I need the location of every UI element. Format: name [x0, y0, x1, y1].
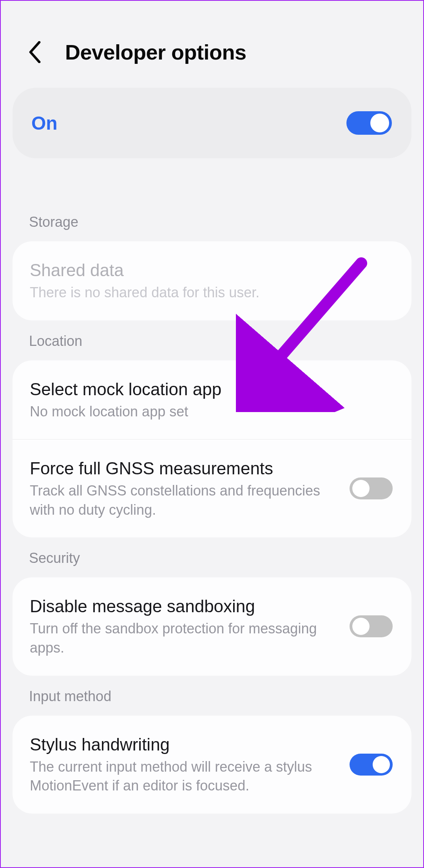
row-disable-sandboxing[interactable]: Disable message sandboxing Turn off the …: [13, 577, 411, 675]
master-toggle-label: On: [31, 112, 58, 134]
row-select-mock-location[interactable]: Select mock location app No mock locatio…: [13, 360, 411, 440]
row-force-gnss[interactable]: Force full GNSS measurements Track all G…: [13, 439, 411, 537]
header-bar: Developer options: [1, 1, 423, 88]
sandbox-sub: Turn off the sandbox protection for mess…: [30, 619, 342, 657]
shared-data-sub: There is no shared data for this user.: [30, 283, 385, 302]
section-header-storage: Storage: [1, 201, 423, 241]
master-toggle-switch[interactable]: [346, 111, 392, 135]
gnss-toggle-switch[interactable]: [350, 477, 393, 499]
sandbox-toggle-switch[interactable]: [350, 615, 393, 637]
gnss-sub: Track all GNSS constellations and freque…: [30, 481, 342, 519]
stylus-sub: The current input method will receive a …: [30, 758, 342, 796]
master-toggle-row[interactable]: On: [13, 88, 411, 158]
stylus-title: Stylus handwriting: [30, 734, 342, 755]
section-header-location: Location: [1, 320, 423, 360]
mock-location-sub: No mock location app set: [30, 402, 385, 421]
mock-location-title: Select mock location app: [30, 378, 385, 400]
shared-data-title: Shared data: [30, 259, 385, 281]
sandbox-title: Disable message sandboxing: [30, 595, 342, 617]
back-icon[interactable]: [28, 41, 42, 63]
section-header-input: Input method: [1, 676, 423, 716]
stylus-toggle-switch[interactable]: [350, 754, 393, 776]
location-card: Select mock location app No mock locatio…: [13, 360, 411, 538]
input-card: Stylus handwriting The current input met…: [13, 716, 411, 814]
gnss-title: Force full GNSS measurements: [30, 458, 342, 479]
page-title: Developer options: [65, 40, 246, 64]
row-shared-data[interactable]: Shared data There is no shared data for …: [13, 241, 411, 320]
security-card: Disable message sandboxing Turn off the …: [13, 577, 411, 675]
row-stylus-handwriting[interactable]: Stylus handwriting The current input met…: [13, 716, 411, 814]
storage-card: Shared data There is no shared data for …: [13, 241, 411, 320]
section-header-security: Security: [1, 537, 423, 577]
